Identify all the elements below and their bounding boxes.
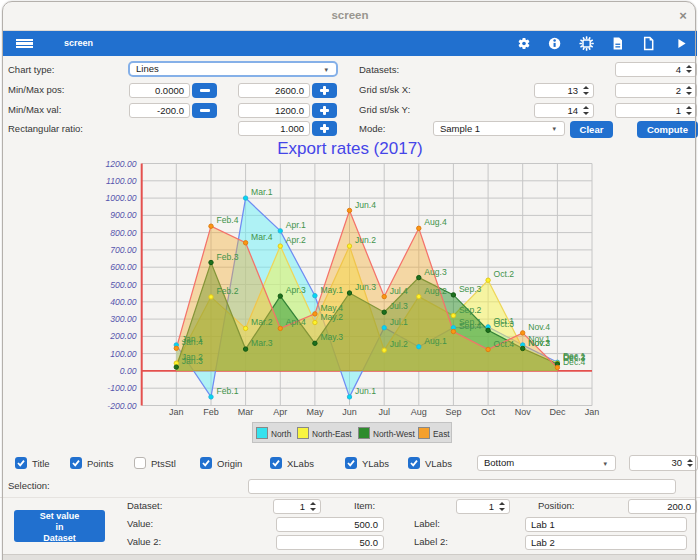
svg-text:Mar.4: Mar.4 [251,232,273,242]
svg-text:Feb.4: Feb.4 [217,215,239,225]
svg-text:Feb.1: Feb.1 [217,386,239,396]
svg-text:Mar.1: Mar.1 [251,187,273,197]
svg-text:Feb: Feb [203,407,219,417]
svg-text:Feb.3: Feb.3 [217,252,239,262]
svg-text:May.3: May.3 [320,332,343,342]
svg-text:Nov: Nov [515,407,532,417]
svg-text:Jan: Jan [169,407,184,417]
svg-text:May: May [306,407,324,417]
svg-text:100.00: 100.00 [110,349,137,359]
svg-text:Aug.1: Aug.1 [424,336,447,346]
svg-text:May.2: May.2 [320,312,343,322]
svg-text:Jun.4: Jun.4 [355,200,376,210]
svg-text:Jul.2: Jul.2 [390,339,408,349]
svg-text:1000.00: 1000.00 [105,193,136,203]
svg-text:1100.00: 1100.00 [106,176,137,186]
svg-text:Apr.3: Apr.3 [286,285,306,295]
svg-text:Jun: Jun [342,407,357,417]
svg-text:400.00: 400.00 [110,297,137,307]
svg-text:Jun.2: Jun.2 [355,235,376,245]
svg-text:Aug.4: Aug.4 [424,217,447,227]
svg-text:Oct: Oct [481,407,496,417]
svg-text:Apr.4: Apr.4 [286,317,306,327]
svg-text:Jan.3: Jan.3 [182,356,203,366]
svg-text:Apr: Apr [273,407,287,417]
svg-text:Nov.3: Nov.3 [528,338,550,348]
svg-text:Oct.3: Oct.3 [494,319,515,329]
svg-text:Sep.2: Sep.2 [459,305,482,315]
svg-text:May.4: May.4 [320,303,343,313]
svg-text:Dec: Dec [549,407,566,417]
svg-text:-200.00: -200.00 [107,401,136,411]
svg-text:200.00: 200.00 [109,331,137,341]
svg-text:Jul.1: Jul.1 [390,317,408,327]
svg-text:Mar.3: Mar.3 [251,338,273,348]
svg-text:Feb.2: Feb.2 [217,286,239,296]
svg-text:Oct.4: Oct.4 [494,339,515,349]
svg-text:500.00: 500.00 [110,280,137,290]
svg-text:Jun.1: Jun.1 [355,386,376,396]
svg-text:Aug: Aug [411,407,427,417]
svg-text:Dec.4: Dec.4 [563,357,586,367]
svg-text:Jul.3: Jul.3 [390,301,408,311]
svg-text:Sep.4: Sep.4 [459,321,482,331]
svg-text:Jul.4: Jul.4 [390,286,408,296]
svg-text:Apr.2: Apr.2 [286,235,306,245]
svg-text:-100.00: -100.00 [107,383,136,393]
svg-text:Sep: Sep [445,407,461,417]
svg-text:0.00: 0.00 [120,366,137,376]
svg-text:May.1: May.1 [320,285,343,295]
svg-text:Jun.3: Jun.3 [355,282,376,292]
svg-text:Jan: Jan [585,407,600,417]
svg-text:700.00: 700.00 [110,245,137,255]
svg-text:600.00: 600.00 [110,262,137,272]
svg-text:Aug.3: Aug.3 [424,267,447,277]
svg-text:Nov.4: Nov.4 [528,322,550,332]
svg-text:Sep.3: Sep.3 [459,284,482,294]
svg-text:1200.00: 1200.00 [105,159,136,169]
svg-text:Jan.4: Jan.4 [182,337,203,347]
svg-text:Mar.2: Mar.2 [251,317,273,327]
svg-text:Oct.2: Oct.2 [494,269,515,279]
svg-text:Jul: Jul [378,407,390,417]
svg-text:800.00: 800.00 [110,228,137,238]
svg-text:900.00: 900.00 [110,210,137,220]
svg-text:Mar: Mar [238,407,254,417]
svg-text:Apr.1: Apr.1 [286,220,306,230]
svg-text:Aug.2: Aug.2 [424,286,447,296]
svg-text:300.00: 300.00 [110,314,137,324]
